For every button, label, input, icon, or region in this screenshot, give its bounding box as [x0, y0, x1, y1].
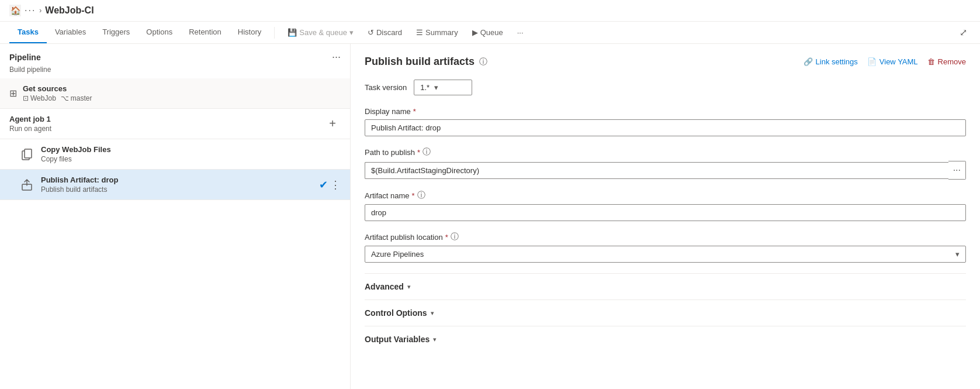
queue-button[interactable]: ▶ Queue [466, 25, 509, 40]
breadcrumb-chevron: › [39, 6, 41, 15]
tab-history[interactable]: History [230, 22, 269, 43]
control-options-header: Control Options ▾ [365, 308, 966, 318]
remove-icon: 🗑 [927, 57, 935, 66]
left-panel: Pipeline ··· Build pipeline ⊞ Get source… [0, 44, 351, 389]
task-version-label: Task version [365, 83, 407, 92]
expand-button[interactable]: ⤢ [956, 23, 971, 42]
panel-header-actions: 🔗 Link settings 📄 View YAML 🗑 Remove [804, 57, 966, 66]
save-queue-chevron: ▾ [349, 28, 354, 37]
remove-button[interactable]: 🗑 Remove [927, 57, 966, 66]
main-content: Pipeline ··· Build pipeline ⊞ Get source… [0, 44, 980, 389]
control-options-section[interactable]: Control Options ▾ [365, 300, 966, 326]
path-to-publish-section: Path to publish * ⓘ ··· [365, 147, 966, 180]
artifact-location-select[interactable]: Azure Pipelines ▾ [365, 246, 966, 263]
path-input-row: ··· [365, 161, 966, 180]
advanced-title: Advanced [365, 282, 404, 291]
save-icon: 💾 [288, 28, 297, 37]
add-task-button[interactable]: + [324, 116, 341, 132]
task-version-select[interactable]: 1.* ▾ [414, 80, 472, 95]
artifact-name-input[interactable] [365, 204, 966, 221]
required-star-location: * [445, 233, 448, 242]
nav-actions: 💾 Save & queue ▾ ↺ Discard ☰ Summary ▶ Q… [282, 25, 529, 40]
required-star-path: * [417, 148, 420, 157]
pipeline-header: Pipeline ··· [0, 44, 350, 66]
output-variables-title: Output Variables [365, 335, 430, 344]
task-menu-icon[interactable]: ⋮ [330, 178, 341, 191]
copy-task-name: Copy WebJob Files [41, 145, 341, 154]
advanced-header: Advanced ▾ [365, 282, 966, 291]
nav-separator [274, 27, 275, 39]
publish-task-row[interactable]: Publish Artifact: drop Publish build art… [0, 170, 350, 200]
repo-meta: ⊡ WebJob [23, 94, 56, 102]
artifact-location-section: Artifact publish location * ⓘ Azure Pipe… [365, 232, 966, 263]
svg-rect-1 [25, 149, 32, 158]
get-sources-info: Get sources ⊡ WebJob ⌥ master [23, 84, 92, 102]
artifact-info-icon[interactable]: ⓘ [417, 190, 425, 201]
tab-retention[interactable]: Retention [181, 22, 230, 43]
page-title: WebJob-CI [45, 5, 94, 16]
path-more-button[interactable]: ··· [948, 161, 966, 180]
artifact-name-section: Artifact name * ⓘ [365, 190, 966, 221]
copy-task-sub: Copy files [41, 155, 341, 163]
copy-task-info: Copy WebJob Files Copy files [41, 145, 341, 163]
title-info-icon[interactable]: ⓘ [479, 57, 487, 67]
summary-button[interactable]: ☰ Summary [410, 25, 464, 40]
panel-title: Publish build artifacts [365, 56, 475, 68]
link-icon: 🔗 [804, 57, 813, 66]
tab-options[interactable]: Options [138, 22, 181, 43]
queue-icon: ▶ [472, 28, 478, 37]
panel-title-row: Publish build artifacts ⓘ [365, 56, 487, 68]
location-chevron-icon: ▾ [955, 250, 960, 259]
publish-task-info: Publish Artifact: drop Publish build art… [41, 175, 313, 194]
artifact-location-value: Azure Pipelines [371, 250, 424, 259]
tab-tasks[interactable]: Tasks [9, 22, 47, 43]
agent-job-row: Agent job 1 Run on agent + [0, 109, 350, 139]
output-variables-header: Output Variables ▾ [365, 335, 966, 344]
output-variables-section[interactable]: Output Variables ▾ [365, 326, 966, 352]
get-sources-row[interactable]: ⊞ Get sources ⊡ WebJob ⌥ master [0, 78, 350, 109]
advanced-chevron-icon: ▾ [407, 283, 411, 291]
required-star-artifact: * [412, 191, 415, 200]
link-settings-button[interactable]: 🔗 Link settings [804, 57, 858, 66]
right-panel: Publish build artifacts ⓘ 🔗 Link setting… [351, 44, 980, 389]
task-version-row: Task version 1.* ▾ [365, 80, 966, 95]
task-row[interactable]: Copy WebJob Files Copy files [0, 139, 350, 170]
display-name-label: Display name * [365, 107, 966, 116]
top-bar: 🏠 ··· › WebJob-CI [0, 0, 980, 22]
save-queue-button[interactable]: 💾 Save & queue ▾ [282, 25, 359, 40]
view-yaml-button[interactable]: 📄 View YAML [867, 57, 918, 66]
display-name-input[interactable] [365, 119, 966, 136]
discard-icon: ↺ [368, 28, 374, 37]
publish-task-icon [19, 177, 35, 193]
breadcrumb-more[interactable]: ··· [25, 5, 36, 16]
more-actions-button[interactable]: ··· [511, 25, 529, 40]
get-sources-meta: ⊡ WebJob ⌥ master [23, 94, 92, 102]
copy-task-icon [19, 146, 35, 163]
summary-icon: ☰ [416, 28, 423, 37]
location-info-icon[interactable]: ⓘ [451, 232, 459, 242]
display-name-section: Display name * [365, 107, 966, 136]
tab-triggers[interactable]: Triggers [94, 22, 138, 43]
agent-job-name: Agent job 1 [9, 115, 51, 123]
task-version-value: 1.* [420, 83, 430, 92]
tab-variables[interactable]: Variables [47, 22, 94, 43]
agent-job-info: Agent job 1 Run on agent [9, 115, 51, 133]
nav-tabs: Tasks Variables Triggers Options Retenti… [0, 22, 980, 44]
version-chevron-icon: ▾ [434, 83, 438, 92]
publish-task-actions: ✔ ⋮ [319, 178, 341, 191]
get-sources-name: Get sources [23, 84, 92, 93]
pipeline-more-button[interactable]: ··· [332, 51, 341, 63]
path-to-publish-label: Path to publish * ⓘ [365, 147, 966, 157]
artifact-location-label: Artifact publish location * ⓘ [365, 232, 966, 242]
agent-job-subtitle: Run on agent [9, 125, 51, 133]
publish-task-name: Publish Artifact: drop [41, 175, 313, 184]
pipeline-title: Pipeline [9, 53, 41, 62]
publish-task-sub: Publish build artifacts [41, 185, 313, 194]
branch-icon: ⌥ [61, 94, 69, 102]
path-to-publish-input[interactable] [365, 162, 948, 179]
path-info-icon[interactable]: ⓘ [423, 147, 431, 157]
output-variables-chevron-icon: ▾ [433, 336, 437, 343]
advanced-section[interactable]: Advanced ▾ [365, 273, 966, 300]
discard-button[interactable]: ↺ Discard [362, 25, 408, 40]
app-container: 🏠 ··· › WebJob-CI Tasks Variables Trigge… [0, 0, 980, 389]
